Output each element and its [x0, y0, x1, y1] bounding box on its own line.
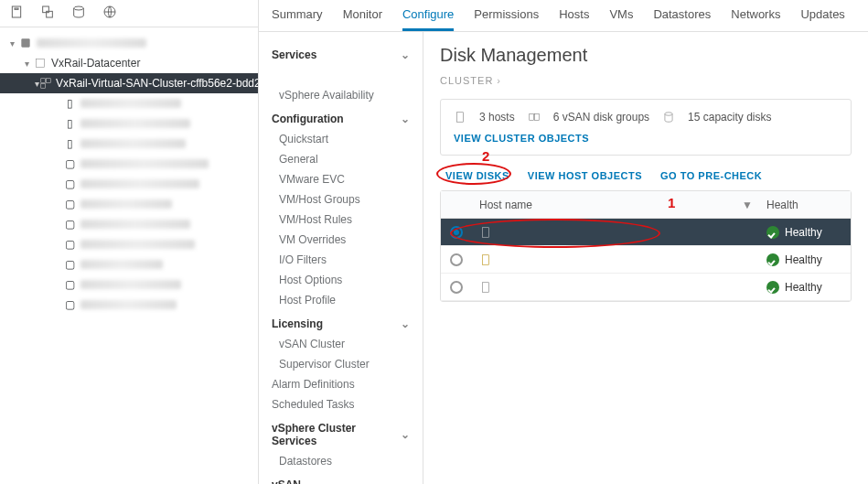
- storage-icon[interactable]: [71, 5, 86, 22]
- cfg-group-configuration[interactable]: Configuration⌄: [259, 105, 423, 129]
- go-to-precheck-link[interactable]: GO TO PRE-CHECK: [660, 170, 762, 181]
- chevron-down-icon: ⌄: [401, 428, 410, 441]
- cfg-item-quickstart[interactable]: Quickstart: [259, 129, 423, 149]
- svg-rect-6: [21, 38, 29, 47]
- col-hostname[interactable]: Host name: [472, 199, 735, 211]
- filter-icon[interactable]: ▼: [735, 199, 759, 211]
- datacenter-icon: [33, 56, 48, 70]
- page-title: Disk Management: [440, 45, 852, 66]
- object-tabs: Summary Monitor Configure Permissions Ho…: [259, 0, 868, 32]
- tree-vm[interactable]: ▢: [0, 234, 258, 254]
- tree-datacenter[interactable]: ▾VxRail-Datacenter: [0, 53, 258, 73]
- tree-cluster[interactable]: ▾VxRail-Virtual-SAN-Cluster-cffb56e2-bdd…: [0, 73, 258, 93]
- tab-monitor[interactable]: Monitor: [343, 7, 382, 31]
- disk-groups-count: 6 vSAN disk groups: [553, 111, 649, 124]
- tree-root[interactable]: ▾: [0, 33, 258, 53]
- cluster-icon: [39, 76, 52, 91]
- tab-networks[interactable]: Networks: [731, 7, 780, 31]
- row-radio[interactable]: [450, 253, 463, 266]
- networks-icon[interactable]: [102, 5, 117, 22]
- cluster-summary-card: 3 hosts 6 vSAN disk groups 15 capacity d…: [440, 99, 852, 156]
- tree-vm[interactable]: ▢: [0, 214, 258, 234]
- breadcrumb[interactable]: CLUSTER›: [440, 75, 852, 86]
- tab-summary[interactable]: Summary: [272, 7, 323, 31]
- tree-vm[interactable]: ▢: [0, 274, 258, 295]
- tab-configure[interactable]: Configure: [402, 7, 454, 31]
- row-radio[interactable]: [450, 281, 463, 294]
- cfg-item-vsan-cluster[interactable]: vSAN Cluster: [259, 334, 423, 354]
- health-ok-icon: [766, 253, 779, 266]
- cfg-item-supervisor-cluster[interactable]: Supervisor Cluster: [259, 354, 423, 374]
- cfg-item-io-filters[interactable]: I/O Filters: [259, 250, 423, 270]
- health-text: Healthy: [785, 226, 822, 239]
- tab-datastores[interactable]: Datastores: [653, 7, 711, 31]
- cfg-item-vmhost-rules[interactable]: VM/Host Rules: [259, 210, 423, 230]
- tree-host[interactable]: ▯: [0, 93, 258, 113]
- tab-permissions[interactable]: Permissions: [474, 7, 539, 31]
- tree-vm[interactable]: ▢: [0, 194, 258, 214]
- host-warn-icon: ▯: [62, 116, 77, 131]
- cfg-item-datastores[interactable]: Datastores: [259, 451, 423, 471]
- cfg-item-host-profile[interactable]: Host Profile: [259, 290, 423, 310]
- cfg-group-vsphere-cluster-services[interactable]: vSphere Cluster Services⌄: [259, 414, 423, 451]
- cfg-item-vm-overrides[interactable]: VM Overrides: [259, 230, 423, 250]
- vms-icon[interactable]: [40, 5, 55, 22]
- vm-icon: ▢: [62, 237, 77, 252]
- tree-vm[interactable]: ▢: [0, 295, 258, 315]
- disk-actions-row: VIEW DISKS VIEW HOST OBJECTS GO TO PRE-C…: [440, 170, 852, 181]
- svg-rect-11: [457, 113, 464, 123]
- tab-vms[interactable]: VMs: [609, 7, 633, 31]
- cfg-item-vsphere-availability[interactable]: vSphere Availability: [259, 85, 423, 105]
- vm-icon: ▢: [62, 197, 77, 211]
- vm-icon: ▢: [62, 156, 77, 171]
- svg-rect-17: [483, 282, 489, 292]
- svg-point-14: [665, 113, 672, 116]
- svg-rect-12: [529, 114, 533, 121]
- cfg-item-alarm-definitions[interactable]: Alarm Definitions: [259, 374, 423, 394]
- tab-hosts[interactable]: Hosts: [559, 7, 589, 31]
- inventory-tree: ▾ ▾VxRail-Datacenter ▾VxRail-Virtual-SAN…: [0, 27, 258, 320]
- col-health[interactable]: Health: [759, 199, 851, 211]
- view-host-objects-link[interactable]: VIEW HOST OBJECTS: [528, 170, 642, 181]
- cfg-item-vmhost-groups[interactable]: VM/Host Groups: [259, 189, 423, 210]
- health-ok-icon: [766, 226, 779, 239]
- tree-host[interactable]: ▯: [0, 113, 258, 134]
- host-icon: ▯: [62, 96, 77, 111]
- svg-rect-7: [36, 59, 44, 67]
- chevron-down-icon: ⌄: [401, 48, 410, 61]
- vm-icon: ▢: [62, 297, 77, 312]
- view-disks-link[interactable]: VIEW DISKS: [445, 170, 509, 181]
- cfg-item-redacted[interactable]: [259, 65, 423, 85]
- cfg-group-vsan[interactable]: vSAN⌄: [259, 471, 423, 484]
- svg-rect-9: [47, 79, 51, 83]
- tree-vm[interactable]: ▢: [0, 254, 258, 274]
- cfg-item-general[interactable]: General: [259, 149, 423, 169]
- hosts-icon[interactable]: [9, 5, 24, 22]
- cluster-label: VxRail-Virtual-SAN-Cluster-cffb56e2-bdd2…: [56, 77, 258, 90]
- row-radio[interactable]: [450, 226, 463, 239]
- svg-rect-10: [41, 84, 46, 89]
- tab-updates[interactable]: Updates: [800, 7, 844, 31]
- table-row[interactable]: Healthy: [441, 219, 851, 246]
- cfg-item-host-options[interactable]: Host Options: [259, 270, 423, 290]
- vm-icon: ▢: [62, 257, 77, 272]
- cfg-group-licensing[interactable]: Licensing⌄: [259, 310, 423, 334]
- tree-vm[interactable]: ▢: [0, 154, 258, 174]
- chevron-down-icon: ⌄: [401, 317, 410, 330]
- svg-rect-16: [483, 254, 489, 264]
- vm-icon: ▢: [62, 277, 77, 292]
- cfg-group-services[interactable]: Services⌄: [259, 41, 423, 65]
- svg-rect-8: [41, 79, 46, 83]
- cfg-item-vmware-evc[interactable]: VMware EVC: [259, 169, 423, 189]
- cfg-item-scheduled-tasks[interactable]: Scheduled Tasks: [259, 394, 423, 414]
- chevron-right-icon: ›: [497, 75, 501, 86]
- tree-host[interactable]: ▯: [0, 134, 258, 154]
- health-text: Healthy: [785, 281, 822, 294]
- vcenter-icon: [18, 36, 33, 50]
- table-header: Host name ▼ Health: [441, 191, 851, 219]
- table-row[interactable]: Healthy: [441, 274, 851, 301]
- tree-vm[interactable]: ▢: [0, 174, 258, 194]
- view-cluster-objects-link[interactable]: VIEW CLUSTER OBJECTS: [454, 133, 838, 144]
- detail-panel: Disk Management CLUSTER› 3 hosts 6 vSAN …: [423, 32, 868, 484]
- table-row[interactable]: Healthy: [441, 246, 851, 274]
